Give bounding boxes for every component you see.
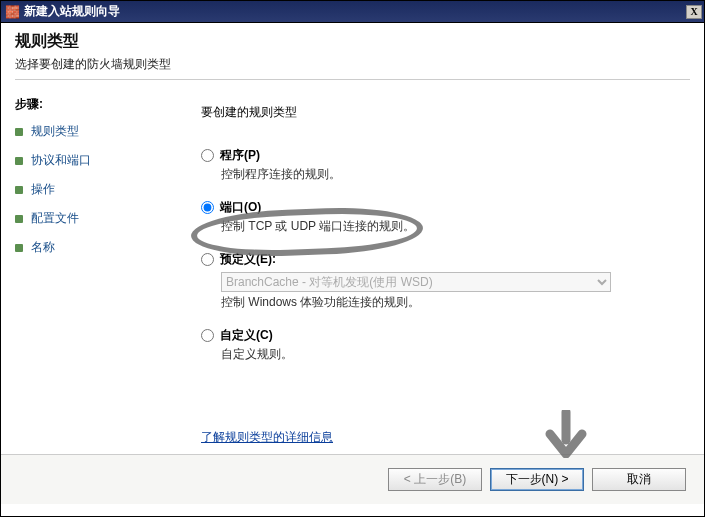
window-title: 新建入站规则向导: [24, 3, 686, 20]
option-desc: 自定义规则。: [221, 346, 684, 363]
step-label: 名称: [31, 239, 55, 256]
main-prompt: 要创建的规则类型: [201, 104, 684, 121]
bullet-icon: [15, 186, 23, 194]
option-title: 程序(P): [220, 147, 260, 164]
option-port: 端口(O) 控制 TCP 或 UDP 端口连接的规则。: [201, 199, 684, 235]
learn-more-link[interactable]: 了解规则类型的详细信息: [201, 429, 333, 446]
option-custom: 自定义(C) 自定义规则。: [201, 327, 684, 363]
option-program: 程序(P) 控制程序连接的规则。: [201, 147, 684, 183]
wizard-header: 规则类型 选择要创建的防火墙规则类型: [1, 23, 704, 86]
radio-program[interactable]: 程序(P): [201, 147, 684, 164]
bullet-icon: [15, 128, 23, 136]
radio-program-input[interactable]: [201, 149, 214, 162]
step-profile[interactable]: 配置文件: [15, 210, 175, 227]
option-desc: 控制 TCP 或 UDP 端口连接的规则。: [221, 218, 684, 235]
steps-sidebar: 步骤: 规则类型 协议和端口 操作 配置文件 名称: [1, 86, 181, 454]
rule-type-radio-group: 程序(P) 控制程序连接的规则。 端口(O) 控制 TCP 或 UDP 端口连接…: [201, 147, 684, 363]
page-subtitle: 选择要创建的防火墙规则类型: [15, 56, 690, 73]
option-title: 端口(O): [220, 199, 261, 216]
titlebar: 🧱 新建入站规则向导 X: [0, 0, 705, 22]
radio-port[interactable]: 端口(O): [201, 199, 684, 216]
content-area: 步骤: 规则类型 协议和端口 操作 配置文件 名称 要: [1, 86, 704, 454]
bullet-icon: [15, 244, 23, 252]
predefined-select[interactable]: BranchCache - 对等机发现(使用 WSD): [221, 272, 611, 292]
option-predefined: 预定义(E): BranchCache - 对等机发现(使用 WSD) 控制 W…: [201, 251, 684, 311]
radio-custom[interactable]: 自定义(C): [201, 327, 684, 344]
header-divider: [15, 79, 690, 80]
radio-predefined-input[interactable]: [201, 253, 214, 266]
option-title: 自定义(C): [220, 327, 273, 344]
step-protocol-port[interactable]: 协议和端口: [15, 152, 175, 169]
steps-label: 步骤:: [15, 96, 175, 113]
option-title: 预定义(E):: [220, 251, 276, 268]
step-label: 规则类型: [31, 123, 79, 140]
close-button[interactable]: X: [686, 5, 702, 19]
next-button[interactable]: 下一步(N) >: [490, 468, 584, 491]
back-button[interactable]: < 上一步(B): [388, 468, 482, 491]
step-name[interactable]: 名称: [15, 239, 175, 256]
radio-custom-input[interactable]: [201, 329, 214, 342]
step-label: 操作: [31, 181, 55, 198]
main-panel: 要创建的规则类型 程序(P) 控制程序连接的规则。 端口(O) 控制 TCP 或…: [181, 86, 704, 454]
option-desc: 控制程序连接的规则。: [221, 166, 684, 183]
step-action[interactable]: 操作: [15, 181, 175, 198]
radio-port-input[interactable]: [201, 201, 214, 214]
app-icon: 🧱: [5, 5, 20, 19]
radio-predefined[interactable]: 预定义(E):: [201, 251, 684, 268]
step-rule-type[interactable]: 规则类型: [15, 123, 175, 140]
bullet-icon: [15, 157, 23, 165]
step-label: 配置文件: [31, 210, 79, 227]
wizard-buttons: < 上一步(B) 下一步(N) > 取消: [1, 454, 704, 504]
window-body: 规则类型 选择要创建的防火墙规则类型 步骤: 规则类型 协议和端口 操作 配置文…: [0, 22, 705, 517]
step-label: 协议和端口: [31, 152, 91, 169]
predefined-select-wrap: BranchCache - 对等机发现(使用 WSD): [221, 272, 684, 292]
bullet-icon: [15, 215, 23, 223]
page-heading: 规则类型: [15, 31, 690, 52]
option-desc: 控制 Windows 体验功能连接的规则。: [221, 294, 684, 311]
cancel-button[interactable]: 取消: [592, 468, 686, 491]
